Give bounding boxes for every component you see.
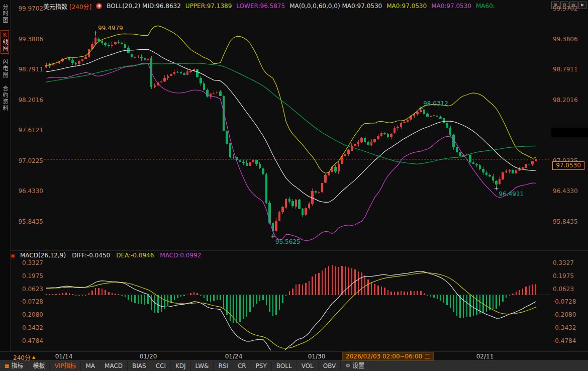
macd-axis-label-right: 0.3327: [553, 259, 574, 266]
macd-axis-label-left: 0.3327: [15, 259, 43, 266]
toolbar-item-ma[interactable]: MA: [81, 361, 100, 371]
toolbar-item-kdj[interactable]: KDJ: [171, 361, 191, 371]
price-axis-label-left: 95.8435: [15, 218, 43, 225]
price-axis-label-right: 95.8435: [553, 218, 578, 225]
price-axis-label-left: 98.2016: [15, 97, 43, 104]
macd-macd-value: MACD:0.0992: [160, 252, 201, 259]
indicator-toggle-icon[interactable]: ◉: [11, 252, 16, 259]
svg-text:95.5625: 95.5625: [275, 238, 301, 245]
price-axis-label-left: 99.3806: [15, 36, 43, 43]
toolbar-item-boll[interactable]: BOLL: [272, 361, 297, 371]
price-annotation: 96.4911: [495, 187, 524, 198]
macd-axis-label-left: -0.2080: [15, 311, 43, 318]
diff-line: [46, 271, 536, 350]
macd-axis-label-left: -0.3432: [15, 324, 43, 331]
panel-separator: [10, 250, 588, 251]
sidebar-tab-1[interactable]: K线图: [1, 30, 9, 54]
price-axis-label-right: 96.4330: [553, 188, 578, 195]
price-annotation: 99.4979: [93, 25, 123, 35]
toolbar-item-vol[interactable]: VOL: [297, 361, 319, 371]
sidebar: 分时图K线图闪电图合约资料: [0, 0, 11, 351]
macd-axis-label-right: -0.3432: [553, 324, 576, 331]
date-label: 01/14: [55, 353, 73, 360]
toolbar-item-macd[interactable]: MACD: [100, 361, 128, 371]
price-axis-label-right: 99.3806: [553, 36, 578, 43]
svg-text:98.0312: 98.0312: [423, 100, 448, 107]
price-axis-label-right: 98.7911: [553, 66, 578, 73]
toolbar-item-obv[interactable]: OBV: [319, 361, 341, 371]
price-annotation: 98.0312: [419, 100, 448, 111]
toolbar-item-cci[interactable]: CCI: [151, 361, 171, 371]
boll-lower-line: [46, 63, 536, 240]
price-axis-label-left: 98.7911: [15, 66, 43, 73]
macd-dea-value: DEA:-0.0946: [116, 252, 154, 259]
macd-axis-label-left: 0.1975: [15, 272, 43, 280]
price-axis-label-left: 97.6121: [15, 127, 43, 134]
toolbar-item-cn-2[interactable]: VIP指标: [50, 361, 81, 371]
macd-axis-label-right: 0.1975: [553, 272, 574, 280]
macd-histogram: [46, 265, 537, 323]
price-axis-label-right: 98.2016: [553, 97, 578, 104]
chevron-up-icon: ▲: [32, 355, 35, 359]
price-axis-label-left: 99.9702: [15, 5, 43, 12]
boll-mid-line: [46, 49, 536, 202]
sidebar-tab-2[interactable]: 闪电图: [1, 59, 9, 78]
macd-axis-label-left: 0.0623: [15, 286, 43, 293]
toolbar-item-cn-15[interactable]: ⚙设置: [341, 361, 369, 371]
sidebar-tab-0[interactable]: 分时图: [1, 4, 9, 24]
date-label: 01/24: [225, 353, 243, 360]
last-price-tag: 97.0530: [552, 161, 584, 170]
macd-axis-label-left: -0.0728: [15, 298, 43, 305]
date-label: 02/11: [476, 353, 494, 360]
right-axis-black-box: [551, 128, 588, 137]
main-price-chart[interactable]: 99.497995.562598.031296.4911: [44, 5, 551, 247]
date-label: 01/20: [140, 353, 157, 360]
indicator-grid-icon: ▦: [5, 361, 9, 371]
toolbar-item-rsi[interactable]: RSI: [214, 361, 233, 371]
sidebar-tab-3[interactable]: 合约资料: [1, 85, 9, 112]
macd-header: MACD(26,12,9) DIFF:-0.0450 DEA:-0.0946 M…: [20, 252, 201, 259]
toolbar-item-cn-1[interactable]: 模板: [28, 361, 50, 371]
macd-chart[interactable]: [44, 259, 551, 350]
date-label: 01/30: [308, 353, 326, 360]
toolbar-item-bias[interactable]: BIAS: [128, 361, 151, 371]
expand-icon[interactable]: ▶: [578, 2, 586, 9]
toolbar-item-cr[interactable]: CR: [233, 361, 251, 371]
svg-text:96.4911: 96.4911: [499, 191, 524, 198]
macd-axis-label-right: 0.0623: [553, 286, 574, 293]
candles: [45, 33, 537, 236]
indicator-toolbar: ▦指标模板VIP指标MAMACDBIASCCIKDJLW&RSICRPSYBOL…: [0, 360, 588, 371]
svg-text:99.4979: 99.4979: [98, 25, 123, 32]
toolbar-item-psy[interactable]: PSY: [251, 361, 272, 371]
macd-axis-label-right: -0.2080: [553, 311, 576, 318]
gear-icon: ⚙: [345, 361, 350, 371]
toolbar-item-cn-0[interactable]: ▦指标: [0, 361, 28, 371]
price-axis-label-left: 96.4330: [15, 188, 43, 195]
boll-upper-line: [46, 26, 536, 173]
date-axis-row: 240分 ▲ 2026/02/03 02:00~06:00 二 01/1401/…: [0, 351, 588, 361]
price-axis-label-left: 97.0225: [15, 157, 43, 164]
toolbar-item-lwr[interactable]: LW&: [191, 361, 214, 371]
macd-axis-label-right: -0.4784: [553, 337, 576, 344]
ma60-line: [46, 63, 536, 164]
macd-axis-label-left: -0.4784: [15, 337, 43, 344]
dea-line: [46, 273, 536, 348]
price-axis-label-right: 99.9702: [553, 5, 578, 12]
macd-diff-value: DIFF:-0.0450: [72, 252, 110, 259]
macd-params-label: MACD(26,12,9): [20, 252, 66, 259]
macd-axis-label-right: -0.0728: [553, 298, 576, 305]
hovered-candle-time: 2026/02/03 02:00~06:00 二: [342, 352, 434, 360]
